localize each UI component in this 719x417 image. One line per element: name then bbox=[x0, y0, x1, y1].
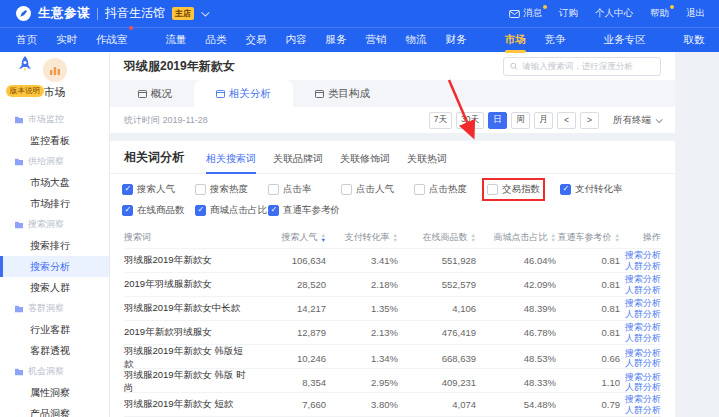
sidebar-item-search-analysis[interactable]: 搜索分析 bbox=[0, 256, 109, 277]
checkbox[interactable] bbox=[341, 184, 352, 195]
cell-volume: 12,879 bbox=[252, 327, 326, 338]
subscribe-link[interactable]: 订购 bbox=[559, 7, 578, 20]
audience-analysis-link[interactable]: 人群分析 bbox=[625, 405, 661, 416]
search-analysis-link[interactable]: 搜索分析 bbox=[625, 394, 661, 405]
nav-logistics[interactable]: 物流 bbox=[406, 28, 427, 53]
filter-payment-conversion[interactable]: 支付转化率 bbox=[560, 183, 623, 196]
audience-analysis-link[interactable]: 人群分析 bbox=[625, 309, 661, 320]
checkbox[interactable] bbox=[268, 184, 279, 195]
range-day-button[interactable]: 日 bbox=[488, 112, 507, 129]
filter-ppc-reference[interactable]: 直通车参考价 bbox=[268, 204, 340, 217]
range-30d-button[interactable]: 30天 bbox=[456, 112, 484, 129]
nav-business-zone[interactable]: 业务专区 bbox=[604, 28, 646, 53]
tab-related-modifier-words[interactable]: 关联修饰词 bbox=[340, 152, 390, 173]
checkbox[interactable] bbox=[195, 205, 206, 216]
filter-mall-click-ratio[interactable]: 商城点击占比 bbox=[195, 204, 267, 217]
next-button[interactable]: > bbox=[580, 112, 599, 129]
filter-transaction-index[interactable]: 交易指数 bbox=[487, 183, 540, 196]
search-analysis-link[interactable]: 搜索分析 bbox=[625, 250, 661, 261]
search-analysis-link[interactable]: 搜索分析 bbox=[625, 372, 661, 383]
stats-time-label: 统计时间 2019-11-28 bbox=[124, 114, 208, 127]
tab-related-search-words[interactable]: 相关搜索词 bbox=[206, 152, 256, 173]
sidebar-item-market-overview[interactable]: 市场大盘 bbox=[0, 172, 109, 193]
audience-analysis-link[interactable]: 人群分析 bbox=[625, 333, 661, 344]
sidebar-item-market-ranking[interactable]: 市场排行 bbox=[0, 193, 109, 214]
version-note[interactable]: 版本说明 bbox=[2, 55, 48, 97]
cell-volume: 106,634 bbox=[252, 255, 326, 266]
checkbox[interactable] bbox=[122, 184, 133, 195]
nav-marketing[interactable]: 营销 bbox=[366, 28, 387, 53]
filter-click-heat[interactable]: 点击热度 bbox=[414, 183, 467, 196]
terminal-filter[interactable]: 所有终端 bbox=[613, 114, 661, 127]
topbar-links: 消息 订购 个人中心 帮助 退出 bbox=[509, 7, 705, 20]
nav-data-fetch[interactable]: 取数 bbox=[684, 28, 705, 53]
sidebar-item-product-insight[interactable]: 产品洞察 bbox=[0, 403, 109, 417]
sidebar-item-industry-customers[interactable]: 行业客群 bbox=[0, 319, 109, 340]
window-icon bbox=[216, 90, 225, 98]
sidebar-item-search-ranking[interactable]: 搜索排行 bbox=[0, 235, 109, 256]
nav-home[interactable]: 首页 bbox=[16, 28, 37, 53]
nav-finance[interactable]: 财务 bbox=[446, 28, 467, 53]
bar-chart-icon bbox=[49, 65, 61, 76]
col-search-popularity[interactable]: 搜索人气▲▼ bbox=[252, 231, 326, 244]
nav-category[interactable]: 品类 bbox=[206, 28, 227, 53]
col-online-products[interactable]: 在线商品数▲▼ bbox=[398, 231, 476, 244]
tab-overview[interactable]: 概况 bbox=[116, 80, 194, 107]
search-input[interactable] bbox=[522, 61, 654, 71]
notification-dot bbox=[129, 26, 133, 30]
search-analysis-link[interactable]: 搜索分析 bbox=[625, 274, 661, 285]
cell-mall-ratio: 46.78% bbox=[476, 327, 556, 338]
filter-search-popularity[interactable]: 搜索人气 bbox=[122, 183, 175, 196]
col-ppc-reference[interactable]: 直通车参考价▲▼ bbox=[556, 231, 620, 244]
nav-competition[interactable]: 竞争 bbox=[545, 28, 566, 53]
chevron-down-icon[interactable] bbox=[201, 8, 209, 16]
tab-related-analysis[interactable]: 相关分析 bbox=[194, 80, 293, 107]
nav-market[interactable]: 市场 bbox=[505, 28, 526, 53]
cell-conversion: 3.41% bbox=[326, 255, 398, 266]
card-title: 相关词分析 bbox=[124, 149, 184, 173]
range-month-button[interactable]: 月 bbox=[534, 112, 553, 129]
checkbox[interactable] bbox=[195, 184, 206, 195]
messages-link[interactable]: 消息 bbox=[509, 7, 542, 20]
search-analysis-link[interactable]: 搜索分析 bbox=[625, 348, 661, 359]
checkbox[interactable] bbox=[414, 184, 425, 195]
sidebar-item-attribute-insight[interactable]: 属性洞察 bbox=[0, 382, 109, 403]
cell-conversion: 1.34% bbox=[326, 353, 398, 364]
filter-search-heat[interactable]: 搜索热度 bbox=[195, 183, 248, 196]
checkbox[interactable] bbox=[122, 205, 133, 216]
tab-related-hot-words[interactable]: 关联热词 bbox=[407, 152, 447, 173]
tab-related-brand-words[interactable]: 关联品牌词 bbox=[273, 152, 323, 173]
prev-button[interactable]: < bbox=[557, 112, 576, 129]
nav-traffic[interactable]: 流量 bbox=[166, 28, 187, 53]
search-analysis-link[interactable]: 搜索分析 bbox=[625, 298, 661, 309]
audience-analysis-link[interactable]: 人群分析 bbox=[625, 261, 661, 272]
audience-analysis-link[interactable]: 人群分析 bbox=[625, 285, 661, 296]
filter-click-popularity[interactable]: 点击人气 bbox=[341, 183, 394, 196]
personal-center-link[interactable]: 个人中心 bbox=[595, 7, 633, 20]
sidebar-item-search-audience[interactable]: 搜索人群 bbox=[0, 277, 109, 298]
sidebar-item-monitor-board[interactable]: 监控看板 bbox=[0, 130, 109, 151]
nav-service[interactable]: 服务 bbox=[326, 28, 347, 53]
date-range-buttons: 7天 30天 日 周 月 < > bbox=[429, 112, 599, 129]
logout-link[interactable]: 退出 bbox=[686, 7, 705, 20]
nav-war-room[interactable]: 作战室 bbox=[96, 28, 128, 53]
audience-analysis-link[interactable]: 人群分析 bbox=[625, 382, 661, 393]
filter-click-rate[interactable]: 点击率 bbox=[268, 183, 312, 196]
checkbox[interactable] bbox=[268, 205, 279, 216]
audience-analysis-link[interactable]: 人群分析 bbox=[625, 358, 661, 369]
col-mall-click-ratio[interactable]: 商城点击占比▲▼ bbox=[476, 231, 556, 244]
tab-category-composition[interactable]: 类目构成 bbox=[293, 80, 392, 107]
range-7d-button[interactable]: 7天 bbox=[429, 112, 452, 129]
filter-online-products[interactable]: 在线商品数 bbox=[122, 204, 185, 217]
search-analysis-link[interactable]: 搜索分析 bbox=[625, 322, 661, 333]
nav-realtime[interactable]: 实时 bbox=[56, 28, 77, 53]
nav-content[interactable]: 内容 bbox=[286, 28, 307, 53]
col-payment-conversion[interactable]: 支付转化率▲▼ bbox=[326, 231, 398, 244]
checkbox[interactable] bbox=[560, 184, 571, 195]
search-box[interactable] bbox=[503, 57, 661, 76]
range-week-button[interactable]: 周 bbox=[511, 112, 530, 129]
checkbox[interactable] bbox=[487, 184, 498, 195]
sidebar-item-customer-perspective[interactable]: 客群透视 bbox=[0, 340, 109, 361]
help-link[interactable]: 帮助 bbox=[650, 7, 669, 20]
nav-trade[interactable]: 交易 bbox=[246, 28, 267, 53]
